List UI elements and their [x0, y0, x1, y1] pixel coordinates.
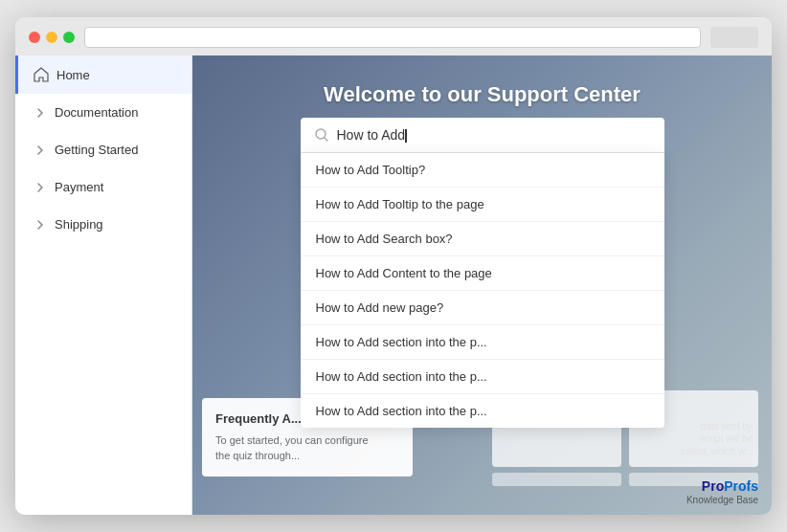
search-box: How to Add [301, 118, 664, 153]
hero-background: Welcome to our Support Center How to Add [192, 55, 772, 515]
minimize-button[interactable] [46, 32, 57, 43]
dropdown-item[interactable]: How to Add Search box? [301, 222, 664, 256]
proprofs-pro: Pro [702, 478, 724, 494]
maximize-button[interactable] [63, 32, 75, 43]
proprofs-logo: ProProfs Knowledge Base [686, 477, 758, 505]
sidebar-item-getting-started[interactable]: Getting Started [15, 131, 191, 168]
panel-bar-1 [492, 473, 621, 486]
proprofs-brand: ProProfs [686, 477, 758, 495]
main-content: Welcome to our Support Center How to Add [192, 55, 772, 515]
search-icon [314, 127, 329, 143]
sidebar-getting-started-label: Getting Started [55, 143, 138, 157]
address-bar[interactable] [84, 27, 701, 48]
search-input-value[interactable]: How to Add [337, 127, 651, 143]
chevron-right-icon [34, 218, 47, 232]
sidebar-item-payment[interactable]: Payment [15, 168, 191, 206]
dropdown-item[interactable]: How to Add new page? [301, 291, 664, 325]
chevron-right-icon [34, 106, 47, 120]
proprofs-subtitle: Knowledge Base [686, 495, 758, 505]
hero-title: Welcome to our Support Center [192, 55, 772, 107]
chevron-right-icon [34, 181, 47, 194]
sidebar-shipping-label: Shipping [55, 217, 103, 232]
browser-controls [710, 27, 758, 48]
close-button[interactable] [29, 32, 40, 43]
browser-body: Home Documentation Getting Started [15, 55, 772, 515]
dropdown-item-add-section-3[interactable]: How to Add section into the p... [301, 394, 664, 428]
browser-window: Home Documentation Getting Started [15, 17, 772, 515]
sidebar-home-label: Home [56, 68, 90, 82]
faq-text: To get started, you can configurethe qui… [215, 433, 399, 463]
dropdown-item-add-section-2[interactable]: How to Add section into the p... [301, 360, 664, 394]
dropdown-item[interactable]: How to Add Content to the page [301, 256, 664, 291]
home-icon [34, 67, 49, 82]
sidebar: Home Documentation Getting Started [15, 55, 192, 515]
sidebar-documentation-label: Documentation [55, 105, 138, 120]
sidebar-payment-label: Payment [55, 180, 103, 194]
search-container: How to Add How to Add Tooltip? How to Ad… [301, 118, 664, 428]
dropdown-item[interactable]: How to Add Tooltip to the page [301, 188, 664, 222]
browser-chrome [15, 17, 772, 55]
sidebar-item-shipping[interactable]: Shipping [15, 206, 191, 243]
sidebar-item-home[interactable]: Home [15, 55, 191, 94]
dropdown-item[interactable]: How to Add Tooltip? [301, 153, 664, 188]
dropdown-item-add-section-1[interactable]: How to Add section into the p... [301, 325, 664, 360]
proprofs-profs: Profs [724, 478, 758, 494]
search-dropdown: How to Add Tooltip? How to Add Tooltip t… [301, 153, 664, 428]
sidebar-item-documentation[interactable]: Documentation [15, 94, 191, 131]
traffic-lights [29, 32, 75, 43]
chevron-right-icon [34, 144, 47, 157]
